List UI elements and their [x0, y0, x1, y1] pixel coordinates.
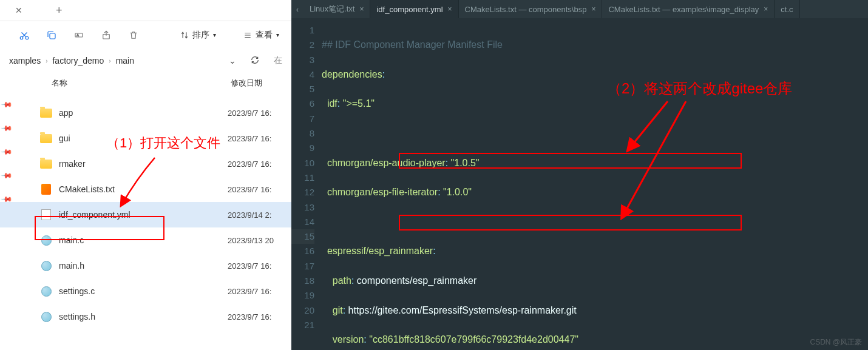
file-name: main.c — [59, 235, 228, 245]
header-date[interactable]: 修改日期 — [231, 78, 291, 89]
file-name: idf_component.yml — [59, 210, 228, 220]
svg-text:A: A — [76, 33, 79, 36]
rename-icon[interactable]: A — [73, 29, 85, 41]
code-text: idf — [327, 98, 337, 109]
globe-icon — [39, 286, 53, 297]
code-text: ">=5.1" — [343, 98, 375, 109]
globe-icon — [39, 311, 53, 322]
chevron-right-icon: › — [109, 58, 110, 64]
file-date: 2023/9/14 2: — [228, 210, 291, 220]
editor-tab[interactable]: idf_component.yml× — [370, 0, 458, 18]
header-name[interactable]: 名称 — [52, 78, 231, 89]
file-date: 2023/9/7 16: — [228, 261, 291, 271]
file-row[interactable]: main.c2023/9/13 20 — [0, 227, 291, 253]
file-date: 2023/9/7 16: — [228, 312, 291, 321]
file-date: 2023/9/7 16: — [228, 185, 291, 194]
chevron-down-icon[interactable]: ⌄ — [229, 56, 236, 66]
editor-tab[interactable]: Linux笔记.txt× — [303, 0, 370, 18]
sort-button[interactable]: 排序 ▾ — [180, 30, 216, 41]
file-row[interactable]: CMakeLists.txt2023/9/7 16: — [0, 177, 291, 202]
file-explorer: ✕ + A 排序 ▾ 查看 ▾ xamples › factory_demo ›… — [0, 0, 291, 350]
tab-label: idf_component.yml — [376, 5, 442, 14]
editor-tab[interactable]: CMakeLists.txt — components\bsp× — [459, 0, 603, 18]
tab-scroll-left-icon[interactable]: ‹ — [291, 0, 303, 18]
file-name: app — [59, 108, 228, 118]
globe-icon — [39, 235, 53, 246]
file-date: 2023/9/13 20 — [228, 236, 291, 245]
explorer-tabs: ✕ + — [0, 0, 291, 21]
file-list: app2023/9/7 16: gui2023/9/7 16: rmaker20… — [0, 94, 291, 350]
file-row[interactable]: settings.c2023/9/7 16: — [0, 278, 291, 304]
sort-label: 排序 — [192, 30, 209, 41]
code-text: ## IDF Component Manager Manifest File — [322, 39, 503, 50]
file-date: 2023/9/7 16: — [228, 160, 291, 169]
delete-icon[interactable] — [127, 29, 140, 41]
code-text: espressif/esp_rainmaker — [327, 246, 433, 256]
code-text: chmorgan/esp-file-iterator — [327, 187, 438, 197]
view-label: 查看 — [256, 30, 273, 41]
column-headers: 名称 修改日期 — [0, 73, 291, 94]
code-text: https://gitee.com/EspressifSystems/esp-r… — [348, 305, 577, 315]
tab-label: CMakeLists.txt — examples\image_display — [608, 5, 759, 14]
code-text: path — [333, 275, 351, 286]
file-row[interactable]: settings.h2023/9/7 16: — [0, 304, 291, 329]
code-text: "1.0.5" — [451, 158, 480, 168]
file-date: 2023/9/7 16: — [228, 134, 291, 143]
code-text: "1.0.0" — [443, 187, 472, 197]
code-text: "cc861bffc818c607e799f66c79923fd4e2d0044… — [369, 334, 578, 345]
file-row[interactable]: app2023/9/7 16: — [0, 100, 291, 126]
file-row[interactable]: rmaker2023/9/7 16: — [0, 151, 291, 177]
globe-icon — [39, 260, 53, 271]
svg-rect-2 — [50, 33, 55, 39]
editor-tabs: ‹ Linux笔记.txt× idf_component.yml× CMakeL… — [291, 0, 868, 18]
watermark: CSDN @风正豪 — [810, 337, 862, 348]
editor-tab[interactable]: CMakeLists.txt — examples\image_display× — [602, 0, 775, 18]
close-icon[interactable]: × — [764, 5, 768, 13]
file-name: gui — [59, 133, 228, 143]
file-name: rmaker — [59, 159, 228, 169]
file-row[interactable]: gui2023/9/7 16: — [0, 126, 291, 151]
file-date: 2023/9/7 16: — [228, 287, 291, 296]
crumb-0[interactable]: xamples — [9, 56, 41, 66]
refresh-icon[interactable] — [250, 55, 260, 67]
code-text: chmorgan/esp-audio-player — [327, 158, 446, 168]
code-text: components/esp_rainmaker — [357, 275, 476, 286]
file-date: 2023/9/7 16: — [228, 109, 291, 118]
file-row[interactable]: main.h2023/9/7 16: — [0, 253, 291, 278]
tab-label: CMakeLists.txt — components\bsp — [465, 5, 587, 14]
folder-icon — [39, 158, 53, 169]
file-row[interactable]: idf_component.yml2023/9/14 2: — [0, 202, 291, 227]
new-tab-icon[interactable]: + — [32, 4, 63, 17]
editor-tab[interactable]: ct.c — [775, 0, 799, 18]
crumb-2[interactable]: main — [116, 56, 134, 66]
folder-icon — [39, 107, 53, 118]
crumb-1[interactable]: factory_demo — [52, 56, 104, 66]
share-icon[interactable] — [100, 29, 112, 41]
file-name: settings.c — [59, 286, 228, 296]
explorer-toolbar: A 排序 ▾ 查看 ▾ — [0, 21, 291, 49]
code-editor: ‹ Linux笔记.txt× idf_component.yml× CMakeL… — [291, 0, 868, 350]
code-text: version — [333, 334, 364, 345]
close-tab-icon[interactable]: ✕ — [15, 5, 22, 15]
tab-label: ct.c — [781, 5, 793, 14]
code-content[interactable]: ## IDF Component Manager Manifest File d… — [322, 18, 868, 350]
file-name: CMakeLists.txt — [59, 184, 228, 194]
line-gutter: 123456789101112131415161718192021 — [291, 18, 322, 350]
close-icon[interactable]: × — [591, 5, 595, 13]
code-text: dependencies — [322, 69, 382, 79]
folder-icon — [39, 133, 53, 144]
code-text: git — [333, 305, 343, 315]
copy-icon[interactable] — [46, 29, 58, 41]
sublime-icon — [39, 184, 53, 195]
close-icon[interactable]: × — [359, 5, 364, 13]
tab-label: Linux笔记.txt — [310, 4, 354, 15]
close-icon[interactable]: × — [448, 5, 452, 13]
editor-body[interactable]: 123456789101112131415161718192021 ## IDF… — [291, 18, 868, 350]
file-name: settings.h — [59, 312, 228, 321]
breadcrumb: xamples › factory_demo › main ⌄ 在 — [0, 49, 291, 73]
preview-text: 在 — [274, 55, 282, 66]
cut-icon[interactable] — [18, 29, 30, 41]
file-name: main.h — [59, 261, 228, 271]
view-button[interactable]: 查看 ▾ — [243, 30, 279, 41]
chevron-right-icon: › — [46, 58, 47, 64]
